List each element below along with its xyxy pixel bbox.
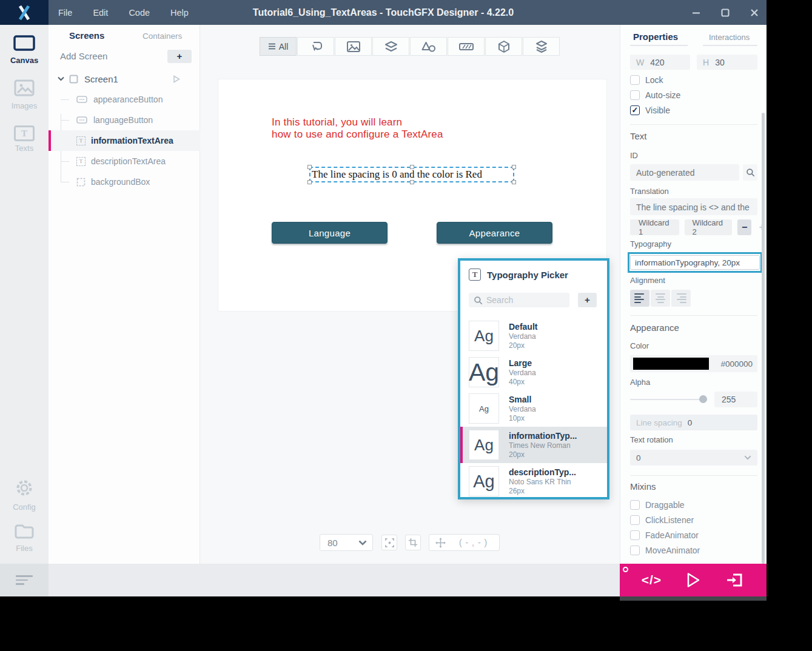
cursor-coordinates[interactable]: ( - , - ) xyxy=(429,534,500,551)
autosize-checkbox-row[interactable]: Auto-size xyxy=(630,90,680,100)
alpha-value-field[interactable]: 255 xyxy=(714,392,757,407)
tree-item-descriptiontextarea[interactable]: T descriptionTextArea xyxy=(49,151,200,172)
translation-field[interactable]: The line spacing is <> and the color is … xyxy=(630,198,757,215)
typography-item-large[interactable]: Ag Large Verdana 40px xyxy=(460,354,607,390)
nav-config[interactable]: Config xyxy=(0,478,49,512)
align-left-button[interactable] xyxy=(630,290,649,307)
color-field[interactable]: #000000 xyxy=(630,355,757,372)
draggable-checkbox-row[interactable]: Draggable xyxy=(630,500,685,510)
typography-item-informationtypography[interactable]: Ag informationTyp... Times New Roman 20p… xyxy=(460,427,607,463)
text-rotation-select[interactable]: 0 xyxy=(630,450,757,466)
zoom-value: 80 xyxy=(327,538,338,548)
typography-field[interactable]: informationTypography, 20px xyxy=(630,255,760,270)
run-screen-icon[interactable] xyxy=(173,75,180,83)
typography-preview: Ag xyxy=(469,393,499,424)
resize-handle-s[interactable] xyxy=(410,180,414,184)
nav-images[interactable]: Images xyxy=(0,79,49,110)
autosize-checkbox[interactable] xyxy=(630,90,640,100)
chevron-down-icon[interactable] xyxy=(58,76,64,81)
language-button-widget[interactable]: Language xyxy=(272,222,388,244)
line-spacing-field[interactable]: Line spacing 0 xyxy=(630,415,757,430)
tutorial-red-text[interactable]: In this tutorial, you will learn how to … xyxy=(272,116,443,140)
typography-search[interactable] xyxy=(469,293,569,307)
maximize-button[interactable] xyxy=(719,7,731,19)
appearance-button-widget[interactable]: Appearance xyxy=(437,222,552,244)
tab-screens[interactable]: Screens xyxy=(69,30,104,41)
visible-checkbox-row[interactable]: ✓ Visible xyxy=(630,105,670,115)
tree-item-appearancebutton[interactable]: appearanceButton xyxy=(49,89,200,110)
wildcard1-button[interactable]: Wildcard 1 xyxy=(630,219,679,235)
box-widget-icon xyxy=(76,178,86,187)
window-controls xyxy=(690,0,760,25)
resize-handle-n[interactable] xyxy=(410,165,414,169)
moveanimator-checkbox[interactable] xyxy=(630,546,640,555)
run-target-button[interactable] xyxy=(722,567,748,593)
tree-item-label: informationTextArea xyxy=(91,136,173,145)
wildcard2-button[interactable]: Wildcard 2 xyxy=(685,219,731,235)
minimize-button[interactable] xyxy=(690,7,702,19)
alpha-slider-track[interactable] xyxy=(630,399,707,400)
typography-item-default[interactable]: Ag Default Verdana 20px xyxy=(460,318,607,354)
tree-item-label: languageButton xyxy=(93,115,153,125)
fit-view-button[interactable] xyxy=(381,535,397,550)
resize-handle-ne[interactable] xyxy=(512,165,516,169)
widgets-images-button[interactable] xyxy=(335,37,372,56)
log-panel-toggle[interactable] xyxy=(0,564,49,596)
crop-button[interactable] xyxy=(405,535,421,550)
fadeanimator-checkbox[interactable] xyxy=(630,530,640,540)
resize-handle-se[interactable] xyxy=(512,180,516,184)
widgets-shapes-button[interactable] xyxy=(410,37,447,56)
resize-handle-sw[interactable] xyxy=(307,180,312,184)
visible-checkbox[interactable]: ✓ xyxy=(630,105,640,115)
tree-item-screen1[interactable]: Screen1 xyxy=(49,68,200,89)
widgets-misc-button[interactable] xyxy=(523,37,560,56)
moveanimator-checkbox-row[interactable]: MoveAnimator xyxy=(630,546,700,555)
menu-file[interactable]: File xyxy=(56,8,75,18)
typography-search-input[interactable] xyxy=(486,295,559,305)
id-search-button[interactable] xyxy=(743,164,757,181)
close-button[interactable] xyxy=(748,7,760,19)
properties-scrollbar[interactable] xyxy=(762,113,765,564)
widgets-3d-button[interactable] xyxy=(485,37,522,56)
filter-all-button[interactable]: All xyxy=(260,37,297,56)
tree-item-backgroundbox[interactable]: backgroundBox xyxy=(49,172,200,192)
widgets-containers-button[interactable] xyxy=(372,37,409,56)
app-logo[interactable] xyxy=(0,0,49,25)
clicklistener-checkbox-row[interactable]: ClickListener xyxy=(630,515,694,525)
tree-item-informationtextarea[interactable]: T informationTextArea xyxy=(49,130,200,151)
fadeanimator-checkbox-row[interactable]: FadeAnimator xyxy=(630,530,699,540)
alpha-slider-thumb[interactable] xyxy=(699,395,707,403)
resize-handle-nw[interactable] xyxy=(307,165,312,169)
generate-code-button[interactable]: </> xyxy=(638,567,665,593)
tab-containers[interactable]: Containers xyxy=(143,32,182,41)
add-typography-button[interactable]: + xyxy=(578,293,597,307)
zoom-select[interactable]: 80 xyxy=(320,534,373,551)
menu-edit[interactable]: Edit xyxy=(90,8,110,18)
lock-checkbox[interactable] xyxy=(630,75,640,85)
typography-item-small[interactable]: Ag Small Verdana 10px xyxy=(460,390,607,427)
add-screen-button[interactable]: + xyxy=(167,50,192,63)
layers-icon xyxy=(384,41,398,53)
align-center-button[interactable] xyxy=(651,290,670,307)
run-simulator-button[interactable] xyxy=(680,567,706,593)
nav-canvas[interactable]: Canvas xyxy=(0,35,49,65)
color-swatch[interactable] xyxy=(633,358,709,370)
remove-wildcard-button[interactable]: − xyxy=(737,219,752,235)
align-right-button[interactable] xyxy=(671,290,691,307)
nav-texts[interactable]: T Texts xyxy=(0,125,49,153)
lock-checkbox-row[interactable]: Lock xyxy=(630,75,663,85)
id-input[interactable] xyxy=(630,164,739,181)
width-field[interactable]: W 420 xyxy=(630,55,690,70)
menu-code[interactable]: Code xyxy=(126,8,152,18)
nav-files[interactable]: Files xyxy=(0,522,49,553)
widgets-buttons-button[interactable] xyxy=(297,37,334,56)
selected-textarea-widget[interactable]: The line spacing is 0 and the color is R… xyxy=(309,167,514,182)
draggable-checkbox[interactable] xyxy=(630,500,640,510)
widgets-progress-button[interactable] xyxy=(448,37,485,56)
typography-item-descriptiontypography[interactable]: Ag descriptionTyp... Noto Sans KR Thin 2… xyxy=(460,463,607,499)
tree-item-languagebutton[interactable]: languageButton xyxy=(49,110,200,130)
height-field[interactable]: H 30 xyxy=(697,55,757,70)
clicklistener-checkbox[interactable] xyxy=(630,515,640,525)
tab-interactions[interactable]: Interactions xyxy=(709,33,750,42)
tab-properties[interactable]: Properties xyxy=(633,32,678,42)
